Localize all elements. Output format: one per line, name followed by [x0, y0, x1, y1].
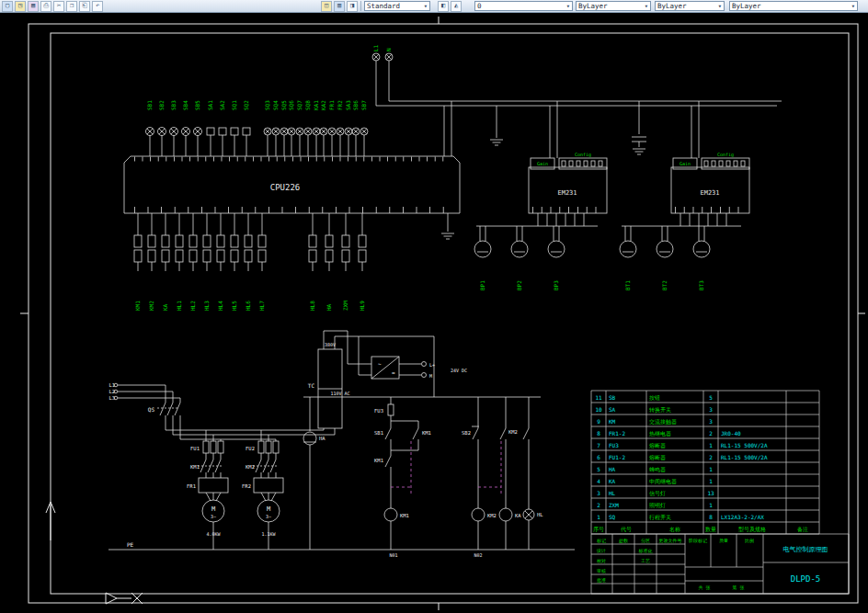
- em1-config-label: Config: [575, 152, 591, 158]
- bom-cell: 8: [709, 514, 713, 520]
- wire-label: PE: [127, 541, 134, 548]
- device-label: FR2: [242, 483, 251, 489]
- bom-cell: 9: [597, 418, 600, 425]
- wire-label: HL5: [231, 301, 237, 311]
- drawing-canvas[interactable]: CPU226 EM231 EM231 Gain Config Gain Conf…: [0, 0, 868, 613]
- bom-cell: 5: [597, 466, 600, 472]
- wire-label: KA: [162, 303, 168, 311]
- bom-cell: 1: [709, 466, 713, 472]
- bom-cell: 1: [709, 502, 713, 508]
- wire-label: FR2: [337, 100, 343, 110]
- cut-icon[interactable]: ✂: [53, 1, 64, 12]
- make-current-icon[interactable]: ◧: [438, 1, 449, 12]
- bom-cell: 3: [709, 406, 713, 413]
- tb-label: 比例: [745, 538, 754, 544]
- tb-label: 校对: [596, 558, 606, 563]
- wire-label: BP1: [479, 280, 485, 290]
- bom-cell: 1: [597, 514, 600, 520]
- bom-cell: 13: [707, 490, 714, 496]
- device-label: QS: [148, 406, 155, 413]
- voltage-label: 380V: [325, 342, 336, 347]
- tb-label: 批准: [597, 577, 606, 584]
- bom-header: 代号: [620, 526, 632, 532]
- bom-cell: 中间继电器: [649, 478, 677, 485]
- bom-cell: 3: [597, 490, 600, 496]
- bom-cell: LX12A3-2-2/AX: [721, 514, 764, 520]
- bom-cell: JR0-40: [721, 430, 741, 437]
- paste-icon[interactable]: ⎗: [79, 1, 90, 12]
- tb-label: 标记: [596, 538, 606, 544]
- wire-label: L1: [372, 44, 379, 51]
- bom-cell: 7: [597, 442, 600, 448]
- bom-cell: 1: [709, 478, 713, 484]
- wire-label: KA2: [320, 100, 326, 110]
- device-label: FU2: [246, 446, 255, 451]
- motor-phase-label: 3~: [266, 514, 271, 519]
- wire-label: BT2: [661, 280, 668, 290]
- tb-label: 设计: [596, 548, 606, 553]
- bom-cell: 11: [595, 394, 602, 401]
- bom-cell: 照明灯: [649, 502, 666, 509]
- bom-cell: KM: [609, 418, 616, 425]
- wire-label: SB7: [360, 100, 367, 110]
- color-combo[interactable]: ByLayer ▾: [576, 1, 651, 11]
- layer-states-icon[interactable]: ▥: [334, 1, 345, 12]
- wire-label: SB3: [170, 100, 177, 110]
- bom-cell: 行程开关: [649, 514, 671, 520]
- lamp-label: HL: [537, 512, 543, 517]
- layer-combo[interactable]: 0 ▾: [474, 1, 573, 11]
- device-label: HA: [319, 436, 326, 441]
- toolbar: ▢ ◳ ▤ ⎙ ✂ ❐ ⎗ ↶ ◫ ▥ ◨ Standard ▾ ◧ ◭ 0 ▾…: [0, 0, 868, 13]
- bom-header: 备注: [797, 526, 808, 533]
- wire-label: SB5: [194, 100, 200, 110]
- motor-symbol-label: M: [267, 505, 270, 513]
- copy-icon[interactable]: ❐: [66, 1, 77, 12]
- wire-label: SB4: [182, 100, 188, 110]
- wire-label: SB6: [352, 100, 359, 110]
- wire-label: SA2: [219, 100, 225, 110]
- save-icon[interactable]: ▤: [28, 1, 39, 12]
- wire-label: L3: [108, 395, 115, 401]
- dc-symbol: =: [392, 369, 395, 376]
- wire-label: L2: [108, 389, 115, 394]
- em2-gain-label: Gain: [680, 161, 691, 166]
- chevron-down-icon: ▾: [566, 3, 570, 10]
- ac-symbol: ~: [378, 360, 382, 367]
- device-label: KM2: [246, 464, 255, 470]
- wire-label: BT1: [624, 280, 631, 290]
- wire-label: BT3: [698, 280, 704, 290]
- print-icon[interactable]: ⎙: [40, 1, 51, 12]
- wire-label: SQ1: [231, 100, 237, 110]
- bom-cell: SB: [609, 394, 616, 401]
- lineweight-combo[interactable]: ByLayer ▾: [729, 1, 858, 11]
- bom-cell: 2: [709, 430, 713, 437]
- em1-label: EM231: [557, 189, 577, 197]
- wire-number: N02: [474, 552, 482, 558]
- open-icon[interactable]: ◳: [15, 1, 26, 12]
- device-label: TC: [308, 382, 315, 389]
- undo-icon[interactable]: ↶: [92, 1, 103, 12]
- new-icon[interactable]: ▢: [2, 1, 13, 12]
- wire-label: HA: [326, 303, 332, 311]
- layer-manager-icon[interactable]: ◫: [321, 1, 332, 12]
- device-label: SB2: [462, 430, 471, 436]
- tb-label: 质量: [719, 538, 728, 543]
- lineweight-value: ByLayer: [732, 2, 761, 10]
- wire-label: BP2: [516, 280, 522, 290]
- color-picker-icon[interactable]: ◨: [347, 1, 358, 12]
- em1-gain-label: Gain: [537, 161, 548, 166]
- drawing-title: 电气控制原理图: [783, 546, 828, 553]
- motor-rating: 4.0KW: [206, 531, 221, 537]
- wire-label: HL6: [245, 301, 251, 311]
- linetype-combo[interactable]: ByLayer ▾: [655, 1, 725, 11]
- layer-previous-icon[interactable]: ◭: [451, 1, 462, 12]
- text-style-combo[interactable]: Standard ▾: [364, 1, 430, 11]
- wire-label: SQ7: [296, 100, 303, 110]
- cpu-label: CPU226: [270, 183, 301, 192]
- bom-cell: HA: [609, 466, 616, 472]
- bom-cell: 3: [709, 418, 713, 425]
- wire-label: HL4: [217, 301, 223, 311]
- wire-label: KM1: [134, 301, 141, 311]
- device-label: FR1: [187, 483, 196, 489]
- terminal-label: L+: [429, 362, 435, 368]
